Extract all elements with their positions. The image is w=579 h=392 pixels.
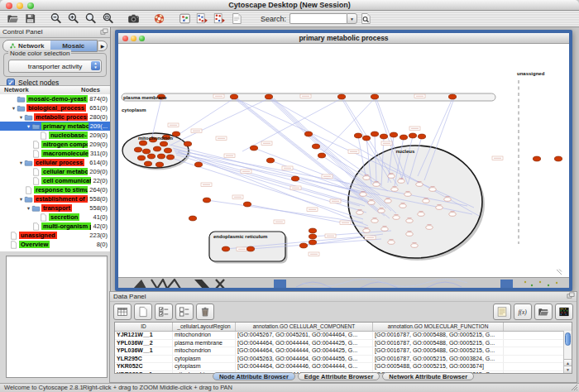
zoom-fit-icon [84, 12, 97, 25]
new-attribute-icon [137, 306, 149, 318]
float-panel-icon[interactable] [100, 28, 108, 36]
matrix-button[interactable] [555, 304, 573, 320]
data-panel-header: Data Panel [110, 292, 577, 302]
tree-item[interactable]: ▼biological_process651(0) [0, 103, 110, 112]
column-header[interactable]: _cellularLayoutRegion [173, 323, 236, 331]
tree-item[interactable]: response to stimulu264(0) [0, 185, 110, 194]
tree-item[interactable]: macromolecule311(0) [0, 149, 110, 158]
tab-overflow-button[interactable]: ▶ [98, 41, 108, 51]
zoom-selected-button[interactable] [99, 12, 117, 26]
save-session-button[interactable] [22, 12, 39, 26]
lifesaver-icon [153, 12, 165, 25]
formula-builder-button[interactable]: f(x) [514, 304, 532, 320]
apply-layout-button[interactable] [194, 12, 211, 26]
unselect-attributes-button[interactable] [175, 304, 194, 320]
table-cell: cytoplasm [173, 356, 236, 363]
table-row[interactable]: YPL036W__2plasma membrane[GO:0044464, GO… [115, 340, 572, 348]
birdseye-view-panel[interactable] [6, 256, 108, 378]
zoom-out-button[interactable] [47, 12, 65, 26]
expander-arrow-icon[interactable]: ▼ [18, 160, 24, 165]
close-view-button[interactable] [122, 36, 128, 41]
tree-item[interactable]: Overview8(0) [0, 240, 110, 249]
tree-item[interactable]: ▼transport558(0) [0, 203, 110, 213]
table-row[interactable]: YPL036W__1mitochondrion[GO:0044464, GO:0… [115, 347, 572, 356]
table-cell: cytoplasm [173, 363, 236, 370]
tree-item-count: 223(0) [88, 232, 108, 239]
column-header-filler [504, 323, 572, 331]
new-attribute-button[interactable] [134, 304, 152, 320]
table-row[interactable]: YJR121W__1mitochondrion[GO:0045267, GO:0… [115, 332, 572, 340]
network-overview-button[interactable] [176, 12, 194, 26]
network-canvas[interactable]: plasma membranecytoplasmmitochondrionnuc… [118, 44, 569, 277]
float-data-panel-icon[interactable] [567, 292, 575, 300]
tree-item[interactable]: ▼primary metabo209(... [0, 122, 110, 131]
tree-item[interactable]: nucleobase-209(0) [0, 131, 110, 140]
column-header[interactable]: ID [115, 323, 173, 331]
document-search-icon [360, 12, 372, 25]
minimize-view-button[interactable] [131, 36, 136, 41]
tree-item[interactable]: cell communicat22(0) [0, 176, 110, 185]
tree-item[interactable]: nitrogen compo209(0) [0, 140, 110, 149]
table-scrollbar[interactable]: ▲ ▼ [563, 331, 572, 373]
column-header[interactable]: annotation.GO CELLULAR_COMPONENT [236, 323, 373, 331]
folder-icon [17, 104, 26, 112]
expander-arrow-icon[interactable]: ▼ [26, 206, 31, 211]
tab-node-attribute-browser[interactable]: Node Attribute Browser [213, 372, 295, 380]
table-row[interactable]: YLR295Ccytoplasm[GO:0045263, GO:0044464,… [115, 356, 572, 364]
select-attributes-button[interactable] [155, 304, 173, 320]
tree-item[interactable]: ▼establishment of lo558(0) [0, 194, 110, 203]
annotation-document-button[interactable] [228, 12, 246, 26]
annotation-button[interactable] [493, 304, 511, 320]
zoom-fit-button[interactable] [82, 12, 99, 26]
tab-network-attribute-browser[interactable]: Network Attribute Browser [382, 372, 474, 380]
search-options-button[interactable] [357, 12, 375, 26]
dropdown-stepper-icon: ▲▼ [91, 61, 100, 70]
attribute-table-icon [117, 306, 128, 318]
snapshot-button[interactable] [125, 12, 142, 26]
tree-item[interactable]: multi-organism pro42(0) [0, 222, 110, 231]
tree-item[interactable]: cellular metabo209(0) [0, 167, 110, 176]
tree-item[interactable]: mosaic-demo-yeast874(0) [0, 94, 110, 103]
status-pan-hint: Middle-click + drag to PAN [160, 384, 232, 392]
tree-item-count: 651(0) [88, 104, 108, 112]
status-welcome: Welcome to Cytoscape 2.8.1 [4, 384, 84, 392]
search-input[interactable] [290, 13, 347, 24]
svg-text:cytoplasm: cytoplasm [122, 108, 146, 112]
expander-arrow-icon[interactable]: ▼ [18, 115, 24, 120]
tree-item[interactable]: unassigned223(0) [0, 231, 110, 240]
expander-arrow-icon[interactable]: ▼ [26, 124, 31, 129]
delete-attribute-button[interactable] [196, 304, 214, 320]
tree-item[interactable]: secretion41(0) [0, 213, 110, 222]
table-row[interactable]: YKR052Ccytoplasm[GO:0044464, GO:0044446,… [115, 363, 572, 371]
network-window-titlebar[interactable]: primary metabolic process [118, 33, 569, 44]
open-session-button[interactable] [4, 12, 22, 26]
resize-grip[interactable] [571, 384, 578, 391]
tree-item[interactable]: ▼metabolic process280(0) [0, 112, 110, 122]
table-cell: [GO:0044464, GO:0044444, GO:0044425, G..… [236, 347, 373, 355]
table-cell: [GO:0045267, GO:0045261, GO:0044464, G..… [236, 332, 373, 339]
attribute-table-button[interactable] [113, 304, 132, 320]
table-cell-filler [504, 340, 572, 347]
expander-arrow-icon[interactable]: ▼ [11, 106, 17, 111]
help-button[interactable] [151, 12, 168, 26]
maximize-view-button[interactable] [139, 36, 145, 41]
table-cell: YKR052C [115, 363, 173, 370]
folder-icon [17, 95, 26, 103]
window-titlebar[interactable]: Cytoscape Desktop (New Session) [0, 0, 579, 11]
node-color-dropdown[interactable]: transporter activity ▲▼ [8, 60, 102, 73]
tree-item-count: 558(0) [88, 195, 108, 203]
table-cell: [GO:0044464, GO:0044444, GO:0044425, G..… [236, 340, 373, 347]
network-graph[interactable]: plasma membranecytoplasmmitochondrionnuc… [118, 44, 569, 277]
apply-layout-alt-button[interactable] [211, 12, 228, 26]
zoom-in-button[interactable] [65, 12, 82, 26]
tab-edge-attribute-browser[interactable]: Edge Attribute Browser [298, 372, 380, 380]
tree-item[interactable]: ▼cellular process614(0) [0, 158, 110, 167]
search-dropdown-button[interactable]: ▼ [347, 13, 357, 24]
table-cell: YPL036W__2 [115, 340, 173, 347]
column-header[interactable]: annotation.GO MOLECULAR_FUNCTION [373, 323, 504, 331]
tree-item-label: transport [41, 204, 72, 212]
scrollbar-thumb[interactable] [565, 332, 571, 346]
import-attributes-button[interactable] [534, 304, 553, 320]
file-icon [9, 241, 19, 249]
expander-arrow-icon[interactable]: ▼ [18, 197, 24, 202]
